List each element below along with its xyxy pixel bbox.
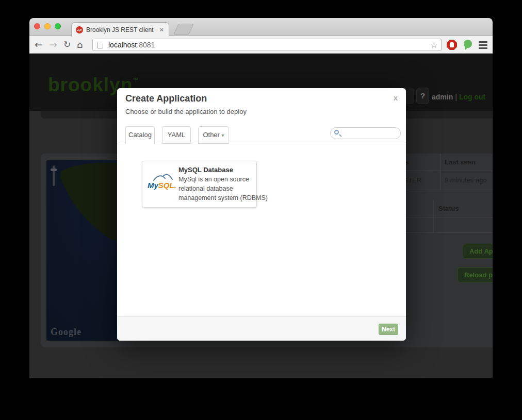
url-text[interactable]: localhost:8081	[108, 41, 155, 49]
bookmark-star-icon[interactable]: ☆	[430, 40, 438, 50]
trademark-label: ™	[133, 77, 138, 83]
tabs-divider	[117, 144, 406, 144]
forward-icon: →	[49, 38, 57, 51]
tab-title: Brooklyn JS REST client	[86, 26, 158, 33]
home-icon[interactable]: ⌂	[77, 38, 83, 51]
page-content: brooklyn™ ? admin | Log out	[29, 54, 493, 378]
window-minimize-button[interactable]	[44, 23, 51, 29]
window-zoom-button[interactable]	[55, 23, 61, 29]
address-bar[interactable]: localhost:8081 ☆	[92, 39, 442, 51]
next-button[interactable]: Next	[379, 324, 398, 335]
help-button[interactable]: ?	[416, 88, 429, 104]
catalog-item-desc: relational database	[178, 185, 233, 192]
add-application-button[interactable]: Add App	[463, 244, 493, 259]
user-area: admin | Log out	[432, 93, 485, 101]
catalog-item-desc: MySql is an open source	[178, 176, 249, 183]
logout-link[interactable]: Log out	[459, 93, 485, 101]
table-divider	[441, 154, 441, 190]
mysql-logo-my: My	[148, 181, 158, 190]
modal-footer: Next	[117, 316, 406, 341]
server-last-seen-value: 9 minutes ago	[445, 176, 487, 184]
url-host: localhost	[108, 41, 137, 49]
catalog-item-title: MySQL Database	[178, 166, 233, 174]
reload-icon[interactable]: ↻	[63, 38, 71, 51]
separator: |	[455, 93, 457, 101]
apps-col-status: Status	[438, 205, 459, 212]
catalog-search-input[interactable]	[343, 129, 398, 138]
chevron-down-icon: ▾	[222, 132, 224, 138]
mysql-logo-icon: MySQL.	[148, 174, 177, 196]
modal-subtitle: Choose or build the application to deplo…	[125, 108, 247, 115]
url-port: :8081	[137, 41, 155, 49]
map-zoom-knob[interactable]	[51, 169, 57, 171]
google-watermark: Google	[51, 327, 81, 338]
browser-toolbar: ← → ↻ ⌂ localhost:8081 ☆	[29, 36, 493, 54]
mysql-logo-sql: SQL.	[158, 181, 176, 190]
modal-title: Create Application	[125, 93, 207, 104]
catalog-item-desc: management system (RDBMS)	[178, 194, 268, 201]
table-divider	[433, 200, 434, 232]
window-close-button[interactable]	[34, 23, 40, 29]
back-icon[interactable]: ←	[35, 38, 43, 51]
brooklyn-favicon-icon	[76, 26, 83, 33]
hand-icon	[450, 42, 454, 47]
server-col-last-seen: Last seen	[445, 158, 476, 166]
tab-catalog[interactable]: Catalog	[125, 126, 155, 144]
tab-other[interactable]: Other ▾	[198, 126, 229, 144]
catalog-search-box[interactable]	[330, 127, 401, 139]
menu-icon[interactable]	[479, 41, 487, 51]
username-label: admin	[432, 93, 453, 101]
browser-window: Brooklyn JS REST client × ← → ↻ ⌂ localh…	[29, 18, 493, 378]
reload-properties-button[interactable]: Reload pr	[458, 267, 493, 282]
tab-strip: Brooklyn JS REST client ×	[29, 18, 493, 36]
tab-yaml[interactable]: YAML	[162, 126, 191, 144]
modal-close-icon[interactable]: x	[394, 93, 398, 102]
new-tab-button[interactable]	[173, 24, 194, 35]
browser-tab[interactable]: Brooklyn JS REST client ×	[71, 22, 169, 37]
search-icon	[334, 130, 339, 135]
screen-background: Brooklyn JS REST client × ← → ↻ ⌂ localh…	[0, 0, 522, 420]
create-application-modal: Create Application Choose or build the a…	[117, 88, 406, 341]
chat-extension-icon[interactable]	[464, 40, 472, 48]
adblock-extension-icon[interactable]	[447, 40, 457, 50]
catalog-item-mysql[interactable]: MySQL. MySQL Database MySql is an open s…	[142, 161, 257, 208]
tab-close-icon[interactable]: ×	[158, 26, 165, 33]
page-icon	[97, 42, 103, 48]
